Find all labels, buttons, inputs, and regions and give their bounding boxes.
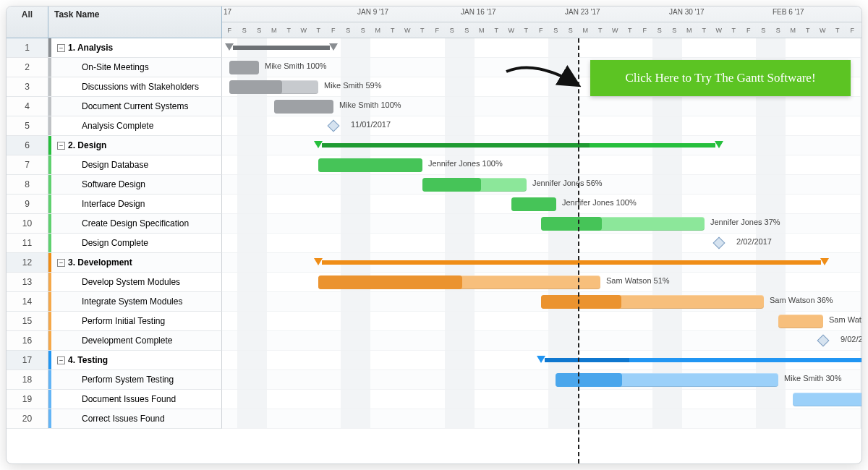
task-row[interactable]: 8Software Design Jennifer Jones 56% bbox=[7, 175, 861, 195]
timeline-cell[interactable]: 9/02/2017 bbox=[222, 331, 861, 351]
task-bar[interactable]: Mik bbox=[793, 393, 862, 406]
timeline-cell[interactable] bbox=[222, 409, 861, 429]
timeline-cell[interactable]: Mike Smith 30% bbox=[222, 370, 861, 390]
row-number[interactable]: 6 bbox=[7, 136, 48, 155]
row-number[interactable]: 1 bbox=[7, 38, 48, 58]
task-cell[interactable]: Correct Issues Found bbox=[48, 409, 222, 429]
task-row[interactable]: 20Correct Issues Found bbox=[7, 409, 861, 429]
task-cell[interactable]: −3. Development bbox=[48, 253, 222, 273]
row-number[interactable]: 12 bbox=[7, 253, 48, 273]
task-row[interactable]: 15Perform Initial Testing Sam Watson bbox=[7, 312, 861, 331]
task-cell[interactable]: Create Design Specification bbox=[48, 214, 222, 234]
task-row[interactable]: 5Analysis Complete 11/01/2017 bbox=[7, 116, 861, 136]
task-bar[interactable]: Mike Smith 100% bbox=[229, 61, 259, 74]
row-number[interactable]: 19 bbox=[7, 390, 48, 409]
task-cell[interactable]: Discussions with Stakeholders bbox=[48, 77, 222, 97]
task-row[interactable]: 17−4. Testing bbox=[7, 351, 861, 370]
timeline-cell[interactable]: Sam Watson 36% bbox=[222, 292, 861, 312]
row-number[interactable]: 11 bbox=[7, 234, 48, 253]
collapse-icon[interactable]: − bbox=[57, 259, 65, 267]
task-row[interactable]: 12−3. Development bbox=[7, 253, 861, 273]
row-number[interactable]: 9 bbox=[7, 195, 48, 214]
timeline-cell[interactable] bbox=[222, 38, 861, 58]
task-row[interactable]: 19Document Issues Found Mik bbox=[7, 390, 861, 409]
row-number[interactable]: 15 bbox=[7, 312, 48, 331]
row-number[interactable]: 2 bbox=[7, 58, 48, 77]
task-cell[interactable]: Develop System Modules bbox=[48, 273, 222, 292]
task-row[interactable]: 11Design Complete 2/02/2017 bbox=[7, 234, 861, 253]
milestone-icon[interactable] bbox=[817, 335, 829, 346]
timeline-cell[interactable]: Mik bbox=[222, 390, 861, 409]
task-cell[interactable]: −4. Testing bbox=[48, 351, 222, 370]
timeline-cell[interactable]: Sam Watson 51% bbox=[222, 273, 861, 292]
row-number[interactable]: 18 bbox=[7, 370, 48, 390]
row-number[interactable]: 8 bbox=[7, 175, 48, 195]
summary-bar[interactable] bbox=[318, 258, 825, 266]
timeline-cell[interactable]: Jennifer Jones 100% bbox=[222, 195, 861, 214]
task-bar[interactable]: Jennifer Jones 100% bbox=[318, 158, 422, 172]
summary-bar[interactable] bbox=[229, 43, 333, 51]
task-row[interactable]: 6−2. Design bbox=[7, 136, 861, 155]
task-cell[interactable]: Development Complete bbox=[48, 331, 222, 351]
task-cell[interactable]: Software Design bbox=[48, 175, 222, 195]
task-cell[interactable]: Design Database bbox=[48, 155, 222, 175]
task-bar[interactable]: Mike Smith 30% bbox=[556, 373, 778, 387]
timeline-cell[interactable] bbox=[222, 136, 861, 155]
row-number[interactable]: 10 bbox=[7, 214, 48, 234]
task-bar[interactable]: Sam Watson bbox=[778, 315, 823, 328]
milestone-icon[interactable] bbox=[328, 120, 339, 132]
timeline-cell[interactable]: Mike Smith 100% bbox=[222, 97, 861, 116]
row-number[interactable]: 16 bbox=[7, 331, 48, 351]
try-gantt-cta-button[interactable]: Click Here to Try The Gantt Software! bbox=[590, 60, 851, 96]
task-bar[interactable]: Jennifer Jones 37% bbox=[541, 217, 705, 231]
task-cell[interactable]: Interface Design bbox=[48, 195, 222, 214]
collapse-icon[interactable]: − bbox=[57, 142, 65, 150]
timeline-cell[interactable]: Jennifer Jones 100% bbox=[222, 155, 861, 175]
task-bar[interactable]: Jennifer Jones 100% bbox=[511, 197, 556, 211]
task-row[interactable]: 10Create Design Specification Jennifer J… bbox=[7, 214, 861, 234]
row-number[interactable]: 5 bbox=[7, 116, 48, 136]
task-bar[interactable]: Mike Smith 59% bbox=[229, 80, 318, 94]
task-cell[interactable]: Document Issues Found bbox=[48, 390, 222, 409]
row-number[interactable]: 20 bbox=[7, 409, 48, 429]
task-row[interactable]: 9Interface Design Jennifer Jones 100% bbox=[7, 195, 861, 214]
task-cell[interactable]: Perform System Testing bbox=[48, 370, 222, 390]
task-row[interactable]: 4Document Current Systems Mike Smith 100… bbox=[7, 97, 861, 116]
timeline-cell[interactable] bbox=[222, 253, 861, 273]
task-row[interactable]: 7Design Database Jennifer Jones 100% bbox=[7, 155, 861, 175]
task-row[interactable]: 13Develop System Modules Sam Watson 51% bbox=[7, 273, 861, 292]
task-cell[interactable]: Analysis Complete bbox=[48, 116, 222, 136]
milestone-icon[interactable] bbox=[713, 237, 725, 249]
timeline-cell[interactable]: Jennifer Jones 37% bbox=[222, 214, 861, 234]
task-bar[interactable]: Sam Watson 51% bbox=[318, 275, 600, 289]
row-number[interactable]: 13 bbox=[7, 273, 48, 292]
row-number[interactable]: 3 bbox=[7, 77, 48, 97]
task-row[interactable]: 14Integrate System Modules Sam Watson 36… bbox=[7, 292, 861, 312]
row-number[interactable]: 4 bbox=[7, 97, 48, 116]
row-number[interactable]: 14 bbox=[7, 292, 48, 312]
task-bar[interactable]: Sam Watson 36% bbox=[541, 295, 764, 309]
timeline-cell[interactable]: 11/01/2017 bbox=[222, 116, 861, 136]
task-cell[interactable]: On-Site Meetings bbox=[48, 58, 222, 77]
task-row[interactable]: 18Perform System Testing Mike Smith 30% bbox=[7, 370, 861, 390]
task-row[interactable]: 1−1. Analysis bbox=[7, 38, 861, 58]
summary-bar[interactable] bbox=[541, 356, 862, 364]
summary-bar[interactable] bbox=[318, 141, 719, 149]
task-bar[interactable]: Mike Smith 100% bbox=[274, 100, 333, 114]
task-cell[interactable]: −1. Analysis bbox=[48, 38, 222, 58]
timeline-cell[interactable]: 2/02/2017 bbox=[222, 234, 861, 253]
task-cell[interactable]: Document Current Systems bbox=[48, 97, 222, 116]
collapse-icon[interactable]: − bbox=[57, 44, 65, 52]
task-cell[interactable]: Integrate System Modules bbox=[48, 292, 222, 312]
task-bar[interactable]: Jennifer Jones 56% bbox=[422, 178, 527, 192]
column-header-taskname[interactable]: Task Name bbox=[48, 7, 222, 38]
task-cell[interactable]: Perform Initial Testing bbox=[48, 312, 222, 331]
task-cell[interactable]: Design Complete bbox=[48, 234, 222, 253]
timeline-cell[interactable]: Sam Watson bbox=[222, 312, 861, 331]
task-row[interactable]: 16Development Complete 9/02/2017 bbox=[7, 331, 861, 351]
timeline-cell[interactable]: Jennifer Jones 56% bbox=[222, 175, 861, 195]
timeline-header[interactable]: 17JAN 9 '17JAN 16 '17JAN 23 '17JAN 30 '1… bbox=[222, 7, 861, 38]
row-number[interactable]: 17 bbox=[7, 351, 48, 370]
row-number[interactable]: 7 bbox=[7, 155, 48, 175]
collapse-icon[interactable]: − bbox=[57, 356, 65, 364]
